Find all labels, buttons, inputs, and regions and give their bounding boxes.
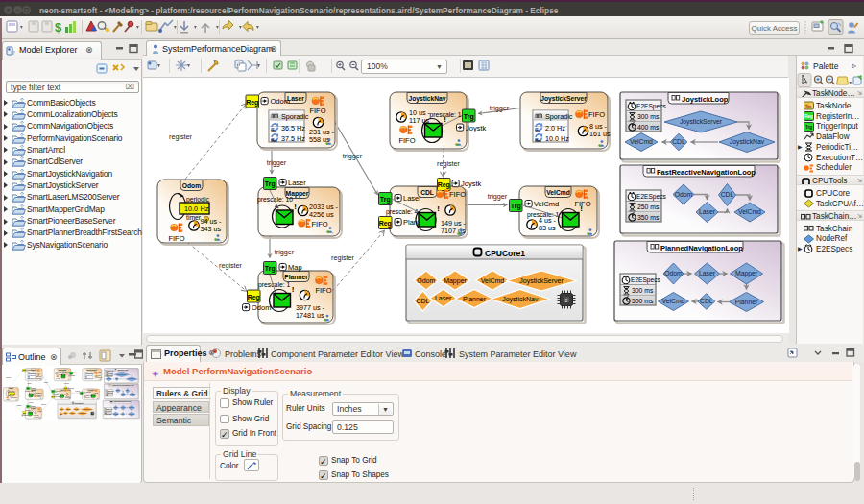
svg-text:Map: Map [288,263,302,272]
svg-text:JoystickNav: JoystickNav [408,95,445,103]
svg-text:!: ! [437,204,440,213]
svg-text:Max: Max [271,139,277,143]
svg-text:Hz: Hz [201,204,209,213]
svg-text:161 us: 161 us [589,130,611,138]
svg-text:350 ms: 350 ms [637,214,660,221]
svg-text:Laser: Laser [403,194,421,203]
svg-text:250 ms: 250 ms [637,204,660,210]
svg-text:E2ESpecs: E2ESpecs [636,103,666,110]
svg-text:CDL: CDL [721,191,734,198]
svg-text:Mapper: Mapper [444,277,467,285]
svg-text:Laser: Laser [699,270,716,276]
svg-text:FIFO: FIFO [574,200,590,208]
svg-text:VelCmd: VelCmd [738,208,761,215]
svg-text:Planner: Planner [735,299,758,305]
svg-text:10.0: 10.0 [184,204,198,213]
svg-text:Laser: Laser [288,179,306,187]
svg-text:JoystickServer: JoystickServer [519,277,564,285]
svg-text:trigger: trigger [490,104,510,112]
svg-text:E2ESpecs: E2ESpecs [636,193,666,201]
svg-text:17481 us: 17481 us [296,311,324,320]
svg-text:CDL: CDL [700,298,713,304]
svg-text:Trg: Trg [805,125,812,130]
svg-text:Odom: Odom [675,191,693,198]
svg-text:Component Parameter Editor Vie: Component Parameter Editor View [271,349,404,359]
svg-text:VelCmd: VelCmd [662,298,685,304]
svg-text:343 us: 343 us [201,225,222,233]
svg-text:Odom: Odom [271,97,290,106]
svg-text:FIFO: FIFO [315,286,331,295]
svg-text:register: register [331,253,355,262]
svg-text:register: register [437,159,461,168]
svg-text:prescale: 1: prescale: 1 [429,111,461,119]
svg-text:trigger: trigger [488,192,508,201]
svg-text:JoystickNav: JoystickNav [502,296,539,303]
svg-text:400 ms: 400 ms [637,124,660,131]
svg-text:prescale: 4: prescale: 4 [386,208,418,216]
svg-text:CPUCore1: CPUCore1 [485,249,525,258]
svg-text:trigger: trigger [267,158,287,167]
svg-text:300 ms: 300 ms [632,287,654,294]
svg-text:CDL: CDL [416,298,429,304]
svg-text:Joystk: Joystk [461,180,482,188]
svg-text:Odom: Odom [182,182,201,189]
svg-text:$: $ [55,20,62,35]
svg-text:FIFO: FIFO [588,110,605,119]
svg-text:4256 us: 4256 us [309,210,334,219]
svg-text:trigger: trigger [275,248,295,256]
svg-text:FIFO: FIFO [449,190,466,199]
svg-text:timer: timer [186,214,202,221]
svg-text:register: register [169,132,193,141]
svg-text:Problems: Problems [225,349,262,359]
svg-text:VelCmd: VelCmd [534,200,559,208]
svg-text:Min: Min [271,130,276,133]
svg-text:Console: Console [415,349,446,359]
svg-text:Odom: Odom [252,303,271,312]
svg-text:JoystickServer: JoystickServer [680,118,723,126]
svg-text:E2ESpecs: E2ESpecs [631,276,660,284]
svg-text:VelCmd: VelCmd [630,138,653,145]
svg-text:Odom: Odom [664,270,683,276]
svg-text:Tas: Tas [805,104,812,108]
svg-text:FastReactiveNavigationLoop: FastReactiveNavigationLoop [657,168,756,177]
svg-text:Planner: Planner [463,296,487,302]
svg-text:Reg: Reg [804,114,813,119]
svg-text:FIFO: FIFO [398,136,415,145]
svg-text:2: 2 [564,298,567,303]
svg-text:Laser: Laser [435,295,452,301]
svg-text:!: ! [292,285,295,294]
svg-text:JoystickServer: JoystickServer [540,95,587,103]
svg-text:Min: Min [535,130,540,133]
svg-text:37.5 Hz: 37.5 Hz [281,134,305,143]
svg-text:trigger: trigger [343,152,363,160]
svg-text:FIFO: FIFO [168,234,184,243]
svg-text:VelCmd: VelCmd [481,277,505,284]
svg-text:Sporadic: Sporadic [281,112,309,121]
svg-text:FIFO: FIFO [309,107,325,115]
svg-text:36.5 Hz: 36.5 Hz [281,124,305,132]
svg-text:Laser: Laser [699,208,716,215]
svg-text:CDL: CDL [672,138,685,145]
svg-text:500 ms: 500 ms [632,298,654,304]
svg-text:register: register [219,261,243,270]
svg-text:Planner: Planner [284,274,308,280]
svg-text:System Parameter Editor View: System Parameter Editor View [459,349,577,359]
svg-text:Sporadic: Sporadic [545,112,573,121]
svg-text:JoystickLoop: JoystickLoop [682,95,729,104]
svg-text:!: ! [294,203,297,211]
svg-text:PlannedNavigationLoop: PlannedNavigationLoop [660,244,743,252]
svg-text:Mapper: Mapper [735,270,758,277]
svg-text:83 us: 83 us [539,224,556,232]
svg-text:FIFO: FIFO [312,220,328,228]
svg-text:10.0 Hz: 10.0 Hz [545,134,569,143]
svg-text:300 ms: 300 ms [637,113,660,120]
svg-text:JoystickNav: JoystickNav [730,138,765,146]
svg-text:CDL: CDL [420,189,434,196]
svg-text:Odom: Odom [417,277,435,284]
svg-text:Joystk: Joystk [466,124,487,132]
svg-text:2.0 Hz: 2.0 Hz [545,124,565,132]
svg-text:Max: Max [535,139,541,143]
svg-text:VelCmd: VelCmd [546,189,570,196]
